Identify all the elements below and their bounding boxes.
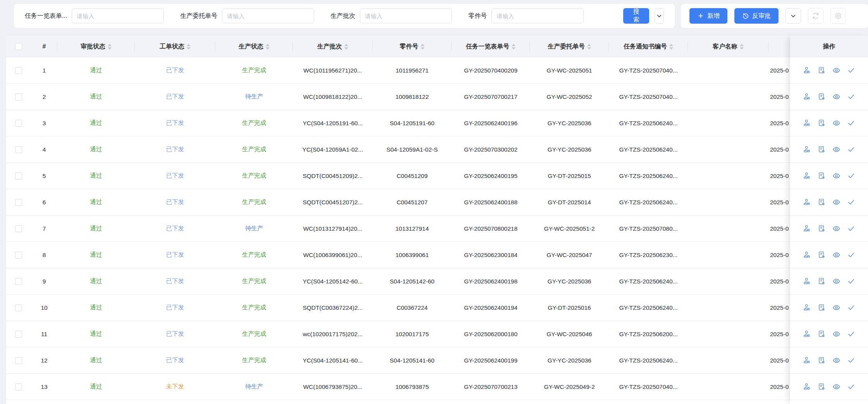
document-sync-icon[interactable] [818,119,826,127]
operation-body [790,57,868,400]
approve-check-icon[interactable] [847,304,855,312]
row-checkbox[interactable] [15,252,22,259]
cell-approval: 通过 [90,304,102,312]
document-sync-icon[interactable] [818,304,826,312]
document-sync-icon[interactable] [818,66,826,74]
approve-user-icon[interactable] [803,356,811,364]
commission-no-input[interactable] [222,9,314,23]
cell-batch: WC(1011956271)20... [303,67,362,74]
document-sync-icon[interactable] [818,277,826,285]
col-work-order-status[interactable]: 工单状态 [135,36,215,57]
view-icon[interactable] [832,198,840,206]
row-checkbox[interactable] [15,225,22,232]
filter-collapse-button[interactable] [655,8,664,24]
col-task-list-no[interactable]: 任务一览表单号 [452,36,530,57]
col-production-status[interactable]: 生产状态 [215,36,293,57]
row-checkbox[interactable] [15,146,22,153]
approve-user-icon[interactable] [803,224,811,233]
select-all-checkbox[interactable] [15,43,22,50]
document-sync-icon[interactable] [818,172,826,180]
col-notice-no[interactable]: 任务通知书编号 [609,36,688,57]
document-sync-icon[interactable] [818,198,826,206]
approve-user-icon[interactable] [803,93,811,101]
row-checkbox[interactable] [15,93,22,100]
sort-icon[interactable] [108,44,112,50]
row-checkbox[interactable] [15,199,22,206]
sort-icon[interactable] [587,44,591,50]
add-button[interactable]: 新增 [689,8,727,24]
row-checkbox[interactable] [15,278,22,285]
approve-check-icon[interactable] [847,224,855,233]
approve-user-icon[interactable] [803,66,811,74]
col-customer[interactable]: 客户名称 [688,36,768,57]
view-icon[interactable] [832,172,840,180]
approve-user-icon[interactable] [803,383,811,391]
sort-icon[interactable] [344,44,348,50]
approve-check-icon[interactable] [847,66,855,74]
view-icon[interactable] [832,277,840,285]
approve-user-icon[interactable] [803,251,811,259]
document-sync-icon[interactable] [818,383,826,391]
document-sync-icon[interactable] [818,251,826,259]
settings-button[interactable] [830,8,846,24]
col-production-batch[interactable]: 生产批次 [293,36,373,57]
view-icon[interactable] [832,383,840,391]
view-icon[interactable] [832,224,840,233]
approve-user-icon[interactable] [803,198,811,206]
approve-user-icon[interactable] [803,277,811,285]
approve-check-icon[interactable] [847,145,855,154]
col-approval-status[interactable]: 审批状态 [57,36,135,57]
approve-user-icon[interactable] [803,330,811,338]
search-button[interactable]: 搜 索 [623,8,649,24]
col-part-no[interactable]: 零件号 [373,36,452,57]
approve-user-icon[interactable] [803,172,811,180]
approve-user-icon[interactable] [803,145,811,154]
sort-icon[interactable] [512,44,516,50]
approve-check-icon[interactable] [847,277,855,285]
approve-check-icon[interactable] [847,93,855,101]
view-icon[interactable] [832,119,840,127]
row-checkbox[interactable] [15,383,22,390]
sort-icon[interactable] [421,44,425,50]
cell-batch: SQDT(C00451207)2... [303,199,363,206]
sort-icon[interactable] [266,44,270,50]
approve-check-icon[interactable] [847,356,855,364]
sort-icon[interactable] [669,44,673,50]
view-icon[interactable] [832,304,840,312]
row-checkbox[interactable] [15,304,22,311]
row-checkbox[interactable] [15,331,22,338]
view-icon[interactable] [832,330,840,338]
row-checkbox[interactable] [15,173,22,180]
approve-check-icon[interactable] [847,172,855,180]
document-sync-icon[interactable] [818,224,826,233]
approve-check-icon[interactable] [847,330,855,338]
approve-check-icon[interactable] [847,251,855,259]
approve-check-icon[interactable] [847,198,855,206]
document-sync-icon[interactable] [818,145,826,154]
refresh-button[interactable] [808,8,823,24]
reverse-approve-button[interactable]: 反审批 [734,8,779,24]
sort-icon[interactable] [187,44,191,50]
row-checkbox[interactable] [15,67,22,74]
document-sync-icon[interactable] [818,93,826,101]
task-list-no-input[interactable] [72,9,164,23]
approve-check-icon[interactable] [847,119,855,127]
document-sync-icon[interactable] [818,356,826,364]
approve-user-icon[interactable] [803,119,811,127]
document-sync-icon[interactable] [818,330,826,338]
row-checkbox[interactable] [15,120,22,127]
view-icon[interactable] [832,145,840,154]
row-checkbox[interactable] [15,357,22,364]
more-actions-button[interactable] [785,8,801,24]
production-batch-input[interactable] [360,9,452,23]
approve-user-icon[interactable] [803,304,811,312]
view-icon[interactable] [832,251,840,259]
view-icon[interactable] [832,66,840,74]
sort-icon[interactable] [740,44,744,50]
part-no-input[interactable] [492,9,584,23]
view-icon[interactable] [832,93,840,101]
col-commission-no[interactable]: 生产委托单号 [530,36,609,57]
cell-task-list-no: GY-2025062000180 [464,331,517,338]
view-icon[interactable] [832,356,840,364]
approve-check-icon[interactable] [847,383,855,391]
